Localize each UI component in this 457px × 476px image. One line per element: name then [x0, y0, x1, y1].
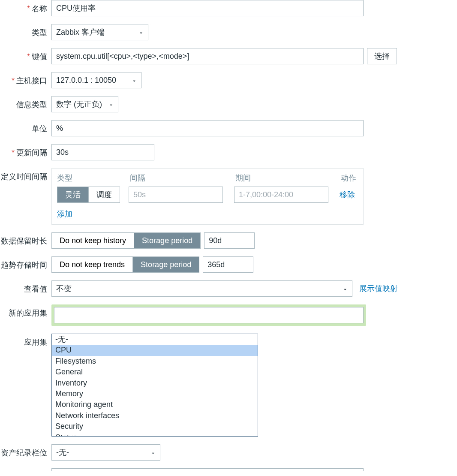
application-option[interactable]: CPU [52, 345, 258, 355]
update-interval-input[interactable] [51, 144, 154, 160]
trends-toggle: Do not keep trends Storage period [51, 256, 199, 273]
applications-listbox[interactable]: -无-CPUFilesystemsGeneralInventoryMemoryM… [51, 334, 258, 437]
application-option[interactable]: Network interfaces [52, 410, 258, 421]
label-update-interval: *更新间隔 [0, 144, 51, 158]
application-option[interactable]: Memory [52, 389, 258, 399]
label-type: 类型 [0, 24, 51, 38]
type-select[interactable]: Zabbix 客户端 [51, 24, 148, 40]
info-type-select[interactable]: 数字 (无正负) [51, 96, 118, 112]
label-cutoff [0, 468, 51, 472]
history-no-keep-button[interactable]: Do not keep history [52, 233, 134, 248]
history-storage-button[interactable]: Storage period [134, 233, 200, 248]
application-option[interactable]: Status [52, 432, 258, 437]
cutoff-input-fragment [51, 468, 364, 471]
application-option[interactable]: Inventory [52, 378, 258, 389]
application-option[interactable]: General [52, 367, 258, 377]
label-name: *名称 [0, 0, 51, 14]
interval-header-interval: 间隔 [130, 173, 235, 183]
interval-add-link[interactable]: 添加 [57, 210, 72, 219]
application-option[interactable]: Monitoring agent [52, 399, 258, 410]
application-option[interactable]: Security [52, 421, 258, 432]
interval-scheduling-button[interactable]: 调度 [88, 187, 120, 202]
interval-period-input[interactable] [234, 187, 328, 203]
custom-intervals-box: 类型 间隔 期间 动作 灵活 调度 移除 添加 [51, 168, 364, 225]
history-period-input[interactable] [204, 232, 255, 249]
application-option[interactable]: Filesystems [52, 356, 258, 367]
label-info-type: 信息类型 [0, 96, 51, 110]
label-units: 单位 [0, 120, 51, 134]
label-custom-intervals: 定义时间间隔 [0, 168, 51, 182]
host-interface-select[interactable]: 127.0.0.1 : 10050 [51, 72, 141, 88]
interval-header-type: 类型 [57, 173, 130, 183]
interval-header-period: 期间 [235, 173, 341, 183]
history-toggle: Do not keep history Storage period [51, 232, 201, 249]
trends-storage-button[interactable]: Storage period [132, 257, 199, 272]
interval-type-toggle: 灵活 调度 [57, 187, 120, 203]
interval-delay-input[interactable] [129, 187, 223, 203]
interval-remove-link[interactable]: 移除 [340, 190, 355, 200]
name-input[interactable] [51, 0, 364, 16]
label-host-interface: *主机接口 [0, 72, 51, 86]
select-key-button[interactable]: 选择 [367, 48, 397, 64]
interval-flexible-button[interactable]: 灵活 [57, 187, 88, 202]
label-show-value: 查看值 [0, 280, 51, 294]
label-key: *键值 [0, 48, 51, 62]
application-option[interactable]: -无- [52, 334, 258, 345]
show-value-select[interactable]: 不变 [51, 280, 352, 297]
trends-no-keep-button[interactable]: Do not keep trends [52, 257, 132, 272]
key-input[interactable] [51, 48, 364, 64]
interval-header-action: 动作 [341, 173, 356, 183]
label-applications: 应用集 [0, 334, 51, 347]
show-value-mappings-link[interactable]: 展示值映射 [359, 283, 398, 294]
label-inventory-field: 资产纪录栏位 [0, 444, 51, 458]
new-application-input[interactable] [54, 307, 364, 323]
inventory-field-select[interactable]: -无- [51, 444, 160, 461]
label-new-application: 新的应用集 [0, 304, 51, 318]
label-trends: 趋势存储时间 [0, 256, 51, 270]
units-input[interactable] [51, 120, 364, 136]
trends-period-input[interactable] [203, 256, 253, 273]
label-history: 数据保留时长 [0, 232, 51, 246]
new-application-highlight [51, 304, 366, 326]
